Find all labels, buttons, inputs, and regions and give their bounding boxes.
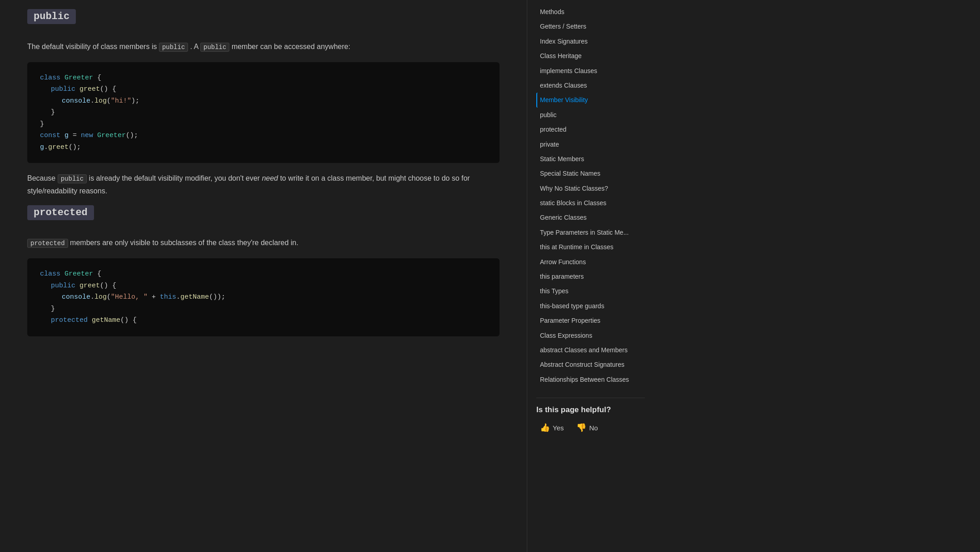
p1-text-start: The default visibility of class members … (27, 43, 157, 50)
thumbs-down-icon: 👎 (576, 423, 586, 433)
p2-code: public (58, 174, 87, 183)
sidebar-item-0[interactable]: Methods (536, 5, 645, 19)
sidebar-item-8[interactable]: protected (536, 122, 645, 137)
sidebar-item-13[interactable]: static Blocks in Classes (536, 196, 645, 210)
sidebar-item-7[interactable]: public (536, 108, 645, 122)
sidebar-item-18[interactable]: this parameters (536, 269, 645, 284)
sidebar-item-14[interactable]: Generic Classes (536, 210, 645, 225)
sidebar-item-19[interactable]: this Types (536, 284, 645, 298)
paragraph-protected-desc: protected members are only visible to su… (27, 237, 500, 249)
sidebar-item-12[interactable]: Why No Static Classes? (536, 181, 645, 196)
paragraph-public-desc: The default visibility of class members … (27, 40, 500, 53)
sidebar-item-25[interactable]: Relationships Between Classes (536, 372, 645, 387)
code-block-protected: class Greeter { public greet() { console… (27, 258, 500, 336)
p2-em: need (262, 174, 278, 182)
sidebar: MethodsGetters / SettersIndex Signatures… (527, 0, 645, 552)
sidebar-item-23[interactable]: abstract Classes and Members (536, 343, 645, 357)
sidebar-items-container: MethodsGetters / SettersIndex Signatures… (536, 5, 645, 387)
sidebar-item-16[interactable]: this at Runtime in Classes (536, 240, 645, 254)
p1-text-end: member can be accessed anywhere: (232, 43, 350, 50)
sidebar-item-5[interactable]: extends Clauses (536, 78, 645, 93)
sidebar-item-24[interactable]: Abstract Construct Signatures (536, 357, 645, 372)
sidebar-item-2[interactable]: Index Signatures (536, 34, 645, 49)
p3-code: protected (27, 239, 68, 248)
sidebar-item-3[interactable]: Class Heritage (536, 49, 645, 63)
sidebar-item-4[interactable]: implements Clauses (536, 64, 645, 78)
main-content: public The default visibility of class m… (0, 0, 527, 552)
yes-label: Yes (553, 424, 564, 432)
sidebar-item-15[interactable]: Type Parameters in Static Me... (536, 225, 645, 240)
thumbs-up-icon: 👍 (540, 423, 550, 433)
p3-rest: members are only visible to subclasses o… (70, 239, 298, 246)
sidebar-item-11[interactable]: Special Static Names (536, 166, 645, 181)
heading-public: public (27, 9, 76, 24)
sidebar-item-9[interactable]: private (536, 137, 645, 152)
code-block-public: class Greeter { public greet() { console… (27, 62, 500, 163)
helpful-buttons: 👍 Yes 👎 No (536, 421, 645, 434)
sidebar-item-10[interactable]: Static Members (536, 152, 645, 166)
no-button[interactable]: 👎 No (573, 421, 601, 434)
sidebar-item-17[interactable]: Arrow Functions (536, 255, 645, 269)
no-label: No (589, 424, 598, 432)
p1-text-mid: . A (190, 43, 198, 50)
p1-code2: public (200, 43, 229, 52)
p2-rest: is already the default visibility modifi… (89, 174, 260, 182)
sidebar-item-20[interactable]: this-based type guards (536, 299, 645, 313)
paragraph-public-note: Because public is already the default vi… (27, 172, 500, 197)
helpful-title: Is this page helpful? (536, 405, 645, 414)
heading-protected: protected (27, 205, 94, 220)
sidebar-item-22[interactable]: Class Expressions (536, 328, 645, 343)
helpful-section: Is this page helpful? 👍 Yes 👎 No (536, 398, 645, 434)
p2-start: Because (27, 174, 55, 182)
sidebar-item-21[interactable]: Parameter Properties (536, 313, 645, 328)
p1-code1: public (159, 43, 188, 52)
sidebar-item-1[interactable]: Getters / Setters (536, 19, 645, 34)
yes-button[interactable]: 👍 Yes (536, 421, 567, 434)
sidebar-item-6[interactable]: Member Visibility (536, 93, 645, 107)
